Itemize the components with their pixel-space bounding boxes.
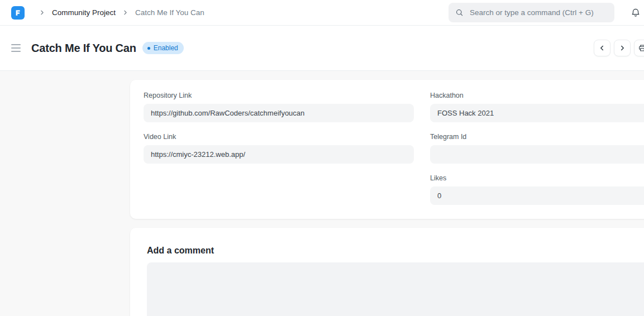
hackathon-input[interactable] (430, 104, 644, 122)
comments-card: Add a comment (130, 228, 644, 316)
chevron-right-icon (122, 9, 129, 16)
search-icon (455, 8, 464, 17)
global-search[interactable] (449, 3, 614, 22)
frappe-logo-glyph (13, 8, 22, 17)
hackathon-label: Hackathon (430, 92, 644, 99)
page-head-actions (594, 40, 644, 56)
breadcrumb-item-current[interactable]: Catch Me If You Can (135, 8, 204, 17)
form-grid: Repository Link Video Link Hackathon Tel… (144, 92, 644, 216)
chevron-left-icon (598, 44, 606, 52)
print-button[interactable] (634, 40, 644, 56)
printer-icon (638, 44, 644, 52)
navbar-right (449, 3, 643, 22)
form-column-left: Repository Link Video Link (144, 92, 414, 216)
navbar-left: Community Project Catch Me If You Can (11, 6, 204, 20)
details-card: Repository Link Video Link Hackathon Tel… (130, 80, 644, 219)
form-column-right: Hackathon Telegram Id Likes (430, 92, 644, 216)
chevron-right-icon (618, 44, 626, 52)
field-repository-link: Repository Link (144, 92, 414, 122)
page-title: Catch Me If You Can (31, 42, 136, 55)
telegram-id-input[interactable] (430, 145, 644, 164)
likes-label: Likes (430, 174, 644, 182)
field-hackathon: Hackathon (430, 92, 644, 122)
notifications-button[interactable] (628, 4, 643, 21)
page-head: Catch Me If You Can Enabled (0, 26, 644, 71)
video-link-input[interactable] (144, 145, 414, 164)
sidebar-toggle-button[interactable] (11, 44, 21, 52)
hamburger-icon (11, 44, 21, 45)
top-navbar: Community Project Catch Me If You Can (0, 0, 644, 26)
previous-document-button[interactable] (594, 40, 610, 56)
chevron-right-icon (39, 9, 46, 16)
field-likes: Likes (430, 174, 644, 205)
telegram-id-label: Telegram Id (430, 133, 644, 141)
repository-link-input[interactable] (144, 104, 414, 122)
bell-icon (631, 7, 641, 18)
likes-input[interactable] (430, 186, 644, 205)
breadcrumb-item-community-project[interactable]: Community Project (52, 8, 116, 17)
status-dot-icon (147, 47, 150, 50)
comment-input[interactable] (147, 262, 644, 316)
video-link-label: Video Link (144, 133, 414, 141)
content-area: Repository Link Video Link Hackathon Tel… (0, 71, 644, 316)
add-comment-heading: Add a comment (147, 246, 644, 256)
field-telegram-id: Telegram Id (430, 133, 644, 164)
status-badge: Enabled (142, 42, 184, 54)
hamburger-icon (11, 47, 21, 49)
frappe-logo[interactable] (11, 6, 25, 20)
search-input[interactable] (469, 8, 603, 17)
hamburger-icon (11, 51, 21, 52)
field-video-link: Video Link (144, 133, 414, 164)
repository-link-label: Repository Link (144, 92, 414, 99)
breadcrumb: Community Project Catch Me If You Can (32, 8, 204, 17)
status-badge-label: Enabled (154, 44, 178, 52)
next-document-button[interactable] (614, 40, 631, 56)
